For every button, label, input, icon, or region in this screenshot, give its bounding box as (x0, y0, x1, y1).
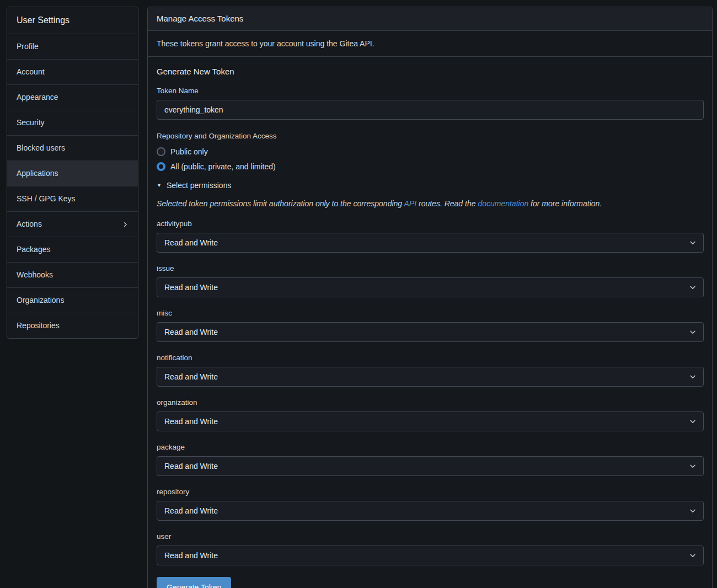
sidebar-item-profile[interactable]: Profile (7, 34, 138, 59)
panel-title: Manage Access Tokens (148, 7, 712, 31)
sidebar-item-actions[interactable]: Actions (7, 211, 138, 237)
chevron-down-icon (689, 552, 697, 559)
manage-access-tokens-panel: Manage Access Tokens These tokens grant … (147, 7, 713, 588)
scope-group-activitypub: activitypub Read and Write (157, 220, 704, 253)
radio-public-only[interactable]: Public only (157, 146, 704, 157)
radio-public-only-label: Public only (170, 147, 208, 156)
chevron-down-icon (689, 373, 697, 381)
scope-label-package: package (157, 443, 704, 452)
sidebar-item-blocked-users[interactable]: Blocked users (7, 135, 138, 161)
scope-label-misc: misc (157, 309, 704, 318)
sidebar-item-appearance[interactable]: Appearance (7, 84, 138, 110)
scope-label-issue: issue (157, 264, 704, 273)
radio-all-label: All (public, private, and limited) (170, 162, 276, 171)
chevron-down-icon (689, 239, 697, 247)
chevron-down-icon (689, 507, 697, 515)
token-name-label: Token Name (157, 87, 704, 95)
generate-token-button[interactable]: Generate Token (157, 577, 231, 588)
select-permissions-toggle[interactable]: ▼ Select permissions (157, 181, 704, 190)
permissions-note: Selected token permissions limit authori… (157, 199, 704, 209)
scope-group-issue: issue Read and Write (157, 264, 704, 297)
scope-select-issue[interactable]: Read and Write (157, 277, 704, 297)
scope-group-repository: repository Read and Write (157, 488, 704, 521)
sidebar-item-repositories[interactable]: Repositories (7, 313, 138, 338)
scope-group-package: package Read and Write (157, 443, 704, 476)
page: User Settings Profile Account Appearance… (0, 0, 717, 588)
scope-label-notification: notification (157, 354, 704, 362)
generate-token-form: Generate New Token Token Name Repository… (148, 57, 712, 588)
sidebar-item-account[interactable]: Account (7, 59, 138, 84)
sidebar-item-ssh-gpg-keys[interactable]: SSH / GPG Keys (7, 186, 138, 211)
scope-group-notification: notification Read and Write (157, 354, 704, 387)
scope-group-user: user Read and Write (157, 532, 704, 565)
token-name-input[interactable] (157, 100, 704, 120)
sidebar-item-applications[interactable]: Applications (7, 161, 138, 186)
api-link[interactable]: API (404, 199, 417, 208)
radio-all[interactable]: All (public, private, and limited) (157, 161, 704, 172)
scope-group-organization: organization Read and Write (157, 398, 704, 431)
select-permissions-label: Select permissions (167, 181, 232, 190)
access-label: Repository and Organization Access (157, 132, 704, 141)
scope-label-user: user (157, 532, 704, 541)
settings-sidebar: User Settings Profile Account Appearance… (7, 7, 138, 339)
sidebar-item-organizations[interactable]: Organizations (7, 287, 138, 313)
chevron-down-icon (689, 328, 697, 336)
chevron-down-icon (689, 284, 697, 291)
chevron-down-icon (689, 418, 697, 425)
access-radio-group: Repository and Organization Access Publi… (157, 132, 704, 172)
radio-selected-icon (157, 162, 165, 171)
scope-select-misc[interactable]: Read and Write (157, 322, 704, 342)
scope-select-package[interactable]: Read and Write (157, 456, 704, 476)
scope-select-repository[interactable]: Read and Write (157, 501, 704, 521)
sidebar-title: User Settings (7, 7, 138, 34)
documentation-link[interactable]: documentation (478, 199, 528, 208)
radio-unselected-icon (157, 147, 165, 156)
chevron-right-icon (122, 221, 129, 228)
scope-select-activitypub[interactable]: Read and Write (157, 233, 704, 253)
sidebar-item-packages[interactable]: Packages (7, 237, 138, 262)
scope-select-notification[interactable]: Read and Write (157, 367, 704, 387)
scope-label-organization: organization (157, 398, 704, 407)
sidebar-item-security[interactable]: Security (7, 110, 138, 135)
sidebar-item-webhooks[interactable]: Webhooks (7, 262, 138, 287)
form-heading: Generate New Token (157, 67, 704, 77)
scope-label-repository: repository (157, 488, 704, 496)
triangle-down-icon: ▼ (157, 183, 162, 188)
scope-select-organization[interactable]: Read and Write (157, 411, 704, 431)
chevron-down-icon (689, 462, 697, 470)
panel-description: These tokens grant access to your accoun… (148, 31, 712, 57)
scope-select-user[interactable]: Read and Write (157, 546, 704, 565)
scope-label-activitypub: activitypub (157, 220, 704, 228)
scope-group-misc: misc Read and Write (157, 309, 704, 342)
